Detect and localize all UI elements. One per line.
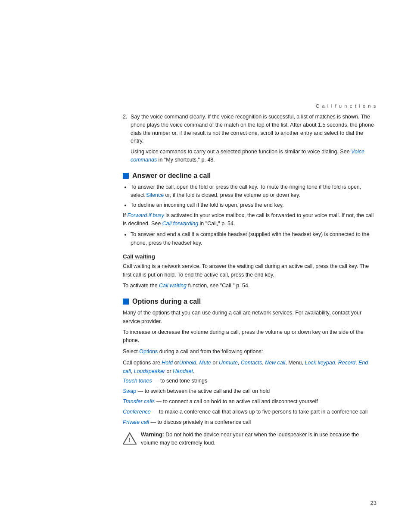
options-section-title: Options during a call (132, 298, 201, 305)
answer-section-heading: Answer or decline a call (123, 172, 377, 180)
step-number-2: 2. (123, 113, 127, 121)
answer-section-square (123, 173, 129, 179)
hold-link[interactable]: Hold (162, 360, 173, 366)
warning-text: Warning: Do not hold the device near you… (141, 431, 377, 447)
answer-section-title: Answer or decline a call (132, 172, 211, 180)
step-2-extra: Using voice commands to carry out a sele… (131, 148, 377, 164)
options-section-square (123, 299, 129, 305)
new-call-link[interactable]: New call (265, 360, 285, 366)
unmute-link[interactable]: Unmute (219, 360, 238, 366)
transfer-calls-link[interactable]: Transfer calls (123, 398, 155, 404)
step-2-extra-post: in "My shortcuts," p. 48. (157, 157, 215, 163)
touch-tones-line: Touch tones — to send tone strings (123, 376, 377, 385)
forward-if-busy-link[interactable]: Forward if busy (127, 212, 164, 218)
mute-link[interactable]: Mute (199, 360, 211, 366)
touch-tones-link[interactable]: Touch tones (123, 378, 152, 384)
call-waiting-link[interactable]: Call waiting (159, 283, 187, 289)
swap-line: Swap — to switch between the active call… (123, 387, 377, 395)
record-link[interactable]: Record (338, 360, 355, 366)
handset-link[interactable]: Handset (173, 368, 193, 374)
transfer-calls-line: Transfer calls — to connect a call on ho… (123, 397, 377, 406)
options-text2: To increase or decrease the volume durin… (123, 328, 377, 345)
unhold-link[interactable]: Unhold (179, 360, 196, 366)
call-waiting-text2: To activate the Call waiting function, s… (123, 282, 377, 290)
svg-text:!: ! (128, 436, 131, 443)
warning-bold: Warning: (141, 432, 164, 438)
forward-if-busy-text: If Forward if busy is activated in your … (123, 212, 377, 228)
silence-link[interactable]: Silence (146, 192, 164, 198)
answer-bullet-1: To answer the call, open the fold or pre… (131, 183, 377, 200)
header-title: C a l l f u n c t i o n s (316, 103, 377, 109)
call-waiting-heading: Call waiting (123, 253, 377, 260)
swap-link[interactable]: Swap (123, 388, 136, 394)
private-call-line: Private call — to discuss privately in a… (123, 418, 377, 426)
options-section-heading: Options during a call (123, 298, 377, 305)
answer-bullet-2-text: To decline an incoming call if the fold … (131, 202, 284, 208)
loudspeaker-link[interactable]: Loudspeaker (134, 368, 165, 374)
step-2: 2. Say the voice command clearly. If the… (123, 113, 377, 164)
answer-bullet-list-2: To answer and end a call if a compatible… (131, 230, 377, 247)
conference-link[interactable]: Conference (123, 409, 151, 415)
call-forwarding-link[interactable]: Call forwarding (162, 221, 198, 227)
lock-keypad-link[interactable]: Lock keypad (305, 360, 335, 366)
answer-bullet-3-text: To answer and end a call if a compatible… (131, 231, 370, 246)
page-number: 23 (371, 500, 377, 506)
main-content: 2. Say the voice command clearly. If the… (0, 113, 411, 447)
answer-bullet-list: To answer the call, open the fold or pre… (131, 183, 377, 210)
warning-body: Do not hold the device near your ear whe… (141, 432, 359, 446)
step-2-extra-pre: Using voice commands to carry out a sele… (131, 149, 351, 155)
conference-line: Conference — to make a conference call t… (123, 408, 377, 416)
call-options-line: Call options are Hold orUnhold, Mute or … (123, 358, 377, 376)
private-call-link[interactable]: Private call (123, 419, 149, 425)
options-text3: Select Options during a call and from th… (123, 348, 377, 356)
answer-bullet-3: To answer and end a call if a compatible… (131, 230, 377, 247)
contacts-link[interactable]: Contacts (241, 360, 262, 366)
options-link[interactable]: Options (139, 348, 158, 355)
page-header: C a l l f u n c t i o n s (0, 0, 411, 113)
warning-icon: ! (123, 432, 137, 445)
options-text1: Many of the options that you can use dur… (123, 309, 377, 326)
warning-box: ! Warning: Do not hold the device near y… (123, 431, 377, 447)
step-2-text: Say the voice command clearly. If the vo… (131, 114, 374, 144)
answer-bullet-2: To decline an incoming call if the fold … (131, 201, 377, 209)
page: C a l l f u n c t i o n s 2. Say the voi… (0, 0, 411, 532)
call-waiting-text1: Call waiting is a network service. To an… (123, 262, 377, 279)
